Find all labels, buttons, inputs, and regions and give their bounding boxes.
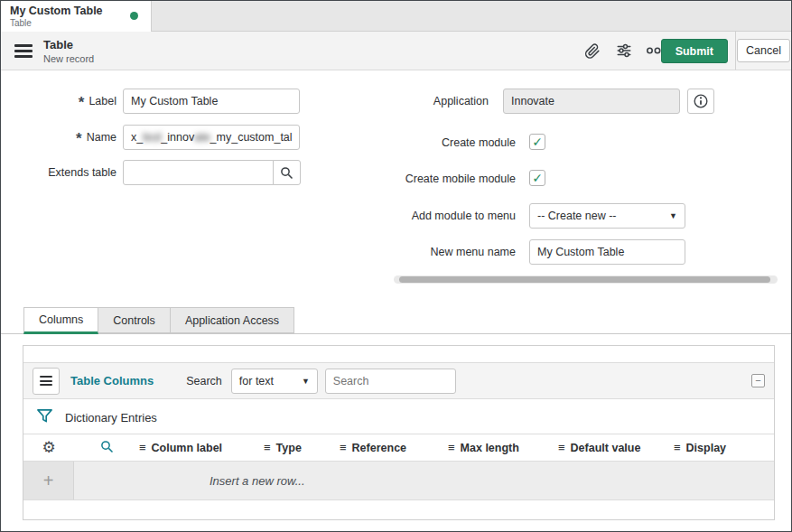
form-toolbar: Table New record Submit Cancel bbox=[1, 32, 791, 70]
column-menu-icon: ≡ bbox=[558, 442, 565, 453]
horizontal-scrollbar[interactable] bbox=[394, 275, 778, 284]
scrollbar-thumb[interactable] bbox=[399, 276, 770, 283]
list-search-input[interactable] bbox=[325, 369, 456, 394]
extends-table-label: Extends table bbox=[8, 166, 116, 180]
personalize-list-button[interactable]: ⚙ bbox=[23, 440, 74, 455]
reference-lookup-button[interactable] bbox=[273, 160, 301, 185]
redacted-text: bcd bbox=[143, 131, 161, 144]
new-menu-name-label: New menu name bbox=[344, 246, 516, 259]
list-search-label: Search bbox=[186, 375, 222, 387]
search-type-select[interactable]: for text ▼ bbox=[231, 369, 318, 394]
tab-controls[interactable]: Controls bbox=[98, 307, 171, 333]
new-menu-name-input[interactable] bbox=[529, 239, 685, 265]
create-module-checkbox[interactable]: ✓ bbox=[529, 134, 545, 150]
form-subtitle: New record bbox=[43, 52, 94, 65]
personalize-form-button[interactable] bbox=[614, 41, 634, 61]
record-tab-strip: My Custom Table Table bbox=[1, 1, 791, 32]
column-menu-icon: ≡ bbox=[674, 442, 681, 453]
tab-application-access[interactable]: Application Access bbox=[170, 307, 294, 333]
attachment-button[interactable] bbox=[582, 41, 602, 61]
sliders-icon bbox=[616, 48, 632, 61]
record-tab-title: My Custom Table bbox=[10, 4, 142, 18]
checkmark-icon: ✓ bbox=[532, 172, 543, 184]
record-tab[interactable]: My Custom Table Table bbox=[1, 1, 152, 32]
record-tab-subtitle: Table bbox=[10, 18, 142, 29]
extends-table-input[interactable] bbox=[123, 160, 274, 185]
cancel-button[interactable]: Cancel bbox=[737, 39, 790, 62]
required-icon: * bbox=[79, 94, 85, 111]
column-header-display[interactable]: ≡ Display bbox=[674, 442, 774, 454]
column-header-max-length[interactable]: ≡ Max length bbox=[448, 442, 558, 454]
form-title: Table bbox=[43, 38, 94, 52]
info-icon bbox=[693, 93, 709, 109]
insert-new-row[interactable]: + Insert a new row... bbox=[23, 462, 774, 500]
add-module-to-menu-label: Add module to menu bbox=[344, 210, 516, 223]
context-menu-icon[interactable] bbox=[14, 44, 33, 58]
collapse-panel-icon[interactable]: − bbox=[751, 374, 765, 387]
hamburger-icon bbox=[40, 376, 52, 386]
column-menu-icon: ≡ bbox=[340, 442, 347, 453]
list-header-band: Table Columns Search for text ▼ − bbox=[23, 362, 774, 399]
required-icon: * bbox=[76, 130, 82, 147]
checkmark-icon: ✓ bbox=[532, 135, 543, 148]
search-icon bbox=[100, 440, 114, 456]
cancel-segment: Cancel bbox=[735, 32, 791, 70]
form-title-block: Table New record bbox=[43, 38, 94, 66]
filter-breadcrumb-label[interactable]: Dictionary Entries bbox=[65, 411, 157, 425]
column-menu-icon: ≡ bbox=[448, 442, 455, 453]
section-tab-strip: Columns Controls Application Access bbox=[1, 308, 791, 334]
list-title[interactable]: Table Columns bbox=[70, 374, 154, 387]
redacted-text: ate bbox=[194, 131, 210, 144]
search-icon bbox=[280, 166, 294, 180]
column-header-reference[interactable]: ≡ Reference bbox=[340, 442, 448, 454]
create-module-label: Create module bbox=[362, 136, 516, 150]
add-row-button[interactable]: + bbox=[23, 462, 74, 499]
column-menu-icon: ≡ bbox=[139, 442, 146, 453]
label-field-label: *Label bbox=[26, 95, 116, 108]
table-new-record-window: My Custom Table Table Table New record S bbox=[0, 0, 792, 532]
column-menu-icon: ≡ bbox=[264, 442, 271, 453]
selected-option: for text bbox=[239, 375, 274, 387]
tab-columns[interactable]: Columns bbox=[23, 307, 98, 334]
column-header-type[interactable]: ≡ Type bbox=[264, 442, 340, 454]
unsaved-indicator-dot bbox=[130, 12, 138, 20]
filter-breadcrumb-row: Dictionary Entries bbox=[36, 406, 157, 429]
selected-option: -- Create new -- bbox=[537, 210, 617, 222]
insert-row-placeholder: Insert a new row... bbox=[210, 474, 305, 488]
funnel-icon[interactable] bbox=[36, 408, 53, 427]
list-column-headers: ⚙ ≡ Column label ≡ Type ≡ Reference ≡ bbox=[23, 434, 774, 462]
application-info-button[interactable] bbox=[687, 89, 714, 114]
paperclip-icon bbox=[584, 48, 601, 61]
chevron-down-icon: ▼ bbox=[669, 211, 677, 220]
submit-button[interactable]: Submit bbox=[661, 39, 728, 63]
plus-icon: + bbox=[43, 471, 54, 491]
column-header-default-value[interactable]: ≡ Default value bbox=[558, 442, 674, 454]
create-mobile-module-label: Create mobile module bbox=[344, 173, 516, 186]
list-context-menu-button[interactable] bbox=[33, 368, 60, 395]
application-label: Application bbox=[389, 95, 489, 108]
application-input bbox=[503, 89, 680, 114]
add-module-to-menu-select[interactable]: -- Create new -- ▼ bbox=[529, 203, 685, 229]
gear-icon: ⚙ bbox=[42, 440, 55, 455]
column-search-toggle[interactable] bbox=[74, 440, 139, 456]
column-header-column-label[interactable]: ≡ Column label bbox=[139, 442, 264, 454]
table-columns-panel: Table Columns Search for text ▼ − Dictio… bbox=[23, 345, 775, 520]
name-field-input[interactable]: x_bcd_innovate_my_custom_tal bbox=[123, 125, 300, 150]
create-mobile-module-checkbox[interactable]: ✓ bbox=[529, 170, 545, 186]
chevron-down-icon: ▼ bbox=[302, 377, 310, 386]
label-field-input[interactable] bbox=[123, 89, 300, 114]
name-field-label: *Name bbox=[26, 131, 116, 145]
